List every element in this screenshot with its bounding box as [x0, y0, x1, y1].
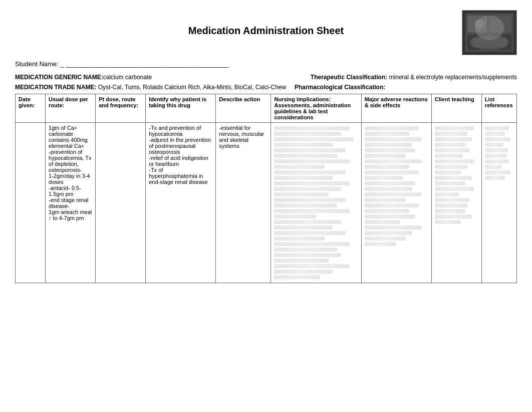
student-name-row: Student Name: _ ________________________… [15, 60, 517, 68]
medication-table: Date given: Usual dose per route: Pt dos… [15, 94, 517, 283]
header-client: Client teaching [431, 94, 481, 123]
header-nursing: Nursing Implications: Assessments, admin… [271, 94, 361, 123]
header-major: Major adverse reactions & side effects [361, 94, 431, 123]
cell-list [481, 123, 516, 283]
header-describe: Describe action [216, 94, 271, 123]
student-photo [462, 10, 517, 55]
trade-name-row: MEDICATION TRADE NAME: Oyst-Cal, Tums, R… [15, 84, 517, 91]
cell-usual-dose: 1gm of Ca+ carbonate contains 400mg elem… [46, 123, 96, 283]
table-row: 1gm of Ca+ carbonate contains 400mg elem… [16, 123, 517, 283]
header-date: Date given: [16, 94, 46, 123]
cell-date [16, 123, 46, 283]
classification-row: MEDICATION GENERIC NAME:calcium carbonat… [15, 74, 517, 81]
cell-major [361, 123, 431, 283]
cell-describe: -essential for nervous, muscular and ske… [216, 123, 271, 283]
student-label: Student Name: [15, 60, 59, 68]
cell-nursing [271, 123, 361, 283]
header-identify: Identify why patient is taking this drug [146, 94, 216, 123]
header-list: List references [481, 94, 516, 123]
student-name: _ ______________________________________… [60, 60, 228, 68]
generic-name-label: MEDICATION GENERIC NAME:calcium carbonat… [15, 74, 152, 81]
page-title: Medication Administration Sheet [188, 25, 344, 37]
header-usual: Usual dose per route: [46, 94, 96, 123]
cell-pt-dose [96, 123, 146, 283]
svg-point-9 [470, 35, 509, 50]
cell-identify: -Tx and prevention of hypocalcemia -adju… [146, 123, 216, 283]
cell-client [431, 123, 481, 283]
header-pt: Pt dose, route and frequency: [96, 94, 146, 123]
therapeutic-classification: Therapeutic Classification: mineral & el… [311, 74, 517, 81]
